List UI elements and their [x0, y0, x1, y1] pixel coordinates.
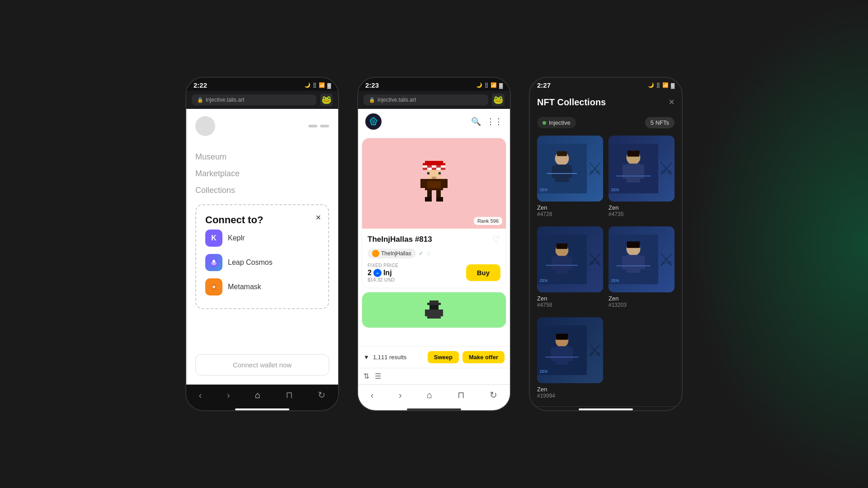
nav-collections[interactable]: Collections	[195, 186, 329, 195]
svg-rect-30	[425, 197, 432, 202]
creator-tag[interactable]: TheInjHallas	[368, 249, 416, 258]
frog-icon-2[interactable]: 🐸	[492, 94, 505, 106]
list-icon[interactable]: ☰	[375, 372, 381, 380]
home-btn-2[interactable]: ⌂	[427, 390, 432, 400]
wallet-keplr[interactable]: K Keplr	[205, 226, 319, 250]
svg-rect-29	[436, 190, 441, 197]
dot-2	[320, 125, 329, 127]
refresh-btn-1[interactable]: ↻	[318, 389, 326, 400]
filter-btn[interactable]: ▼	[363, 354, 369, 361]
nft-item-4728[interactable]: ZEN Zen #4728	[537, 136, 603, 221]
phone-1: 2:22 🌙 ⣿ 📶 ▓ 🔒 injective.talis.art 🐸	[185, 77, 339, 411]
svg-rect-10	[423, 165, 427, 168]
forward-btn-2[interactable]: ›	[399, 390, 402, 400]
nft-id-13203: #13203	[609, 302, 675, 308]
filter-icon: ▼	[363, 354, 369, 361]
battery-icon-1: ▓	[327, 83, 331, 88]
samurai-img-4728: ZEN	[537, 136, 603, 202]
nft-item-13203[interactable]: ZEN Zen #13203	[609, 226, 675, 312]
svg-rect-19	[441, 168, 445, 170]
moon-icon-1: 🌙	[304, 82, 311, 88]
moon-icon-2: 🌙	[476, 82, 482, 88]
svg-text:ZEN: ZEN	[540, 369, 548, 374]
browser-url-1[interactable]: 🔒 injective.talis.art	[192, 94, 316, 105]
rank-badge: Rank 596	[474, 217, 502, 225]
p2-header-icons: 🔍 ⋮⋮	[471, 117, 503, 127]
view-bar: ⇅ ☰	[358, 368, 510, 384]
make-offer-btn[interactable]: Make offer	[462, 351, 505, 363]
svg-rect-28	[427, 190, 432, 197]
price-row: FIXED PRICE 2 Inj $14.32 USD Buy	[368, 263, 500, 282]
results-bar: ▼ 1,111 results Sweep Make offer	[358, 346, 510, 368]
phone1-header	[186, 109, 338, 143]
nft-item-4735[interactable]: ZEN Zen #4735	[609, 136, 675, 221]
battery-icon-2: ▓	[499, 83, 503, 88]
nav-marketplace[interactable]: Marketplace	[195, 169, 329, 178]
samurai-img-4735: ZEN	[609, 136, 675, 202]
bookmark-btn-2[interactable]: ⊓	[458, 389, 465, 400]
dot-1	[308, 125, 317, 127]
wifi-icon-2: 📶	[491, 82, 497, 88]
sweep-btn[interactable]: Sweep	[428, 351, 459, 363]
back-btn-1[interactable]: ‹	[199, 390, 202, 400]
svg-text:ZEN: ZEN	[540, 278, 548, 283]
home-btn-1[interactable]: ⌂	[255, 390, 260, 400]
svg-rect-73	[556, 346, 569, 365]
home-indicator-3	[579, 408, 633, 410]
panel-close-btn[interactable]: ×	[669, 96, 675, 108]
connect-wallet-btn[interactable]: Connect wallet now	[195, 354, 329, 375]
time-3: 2:27	[537, 81, 551, 89]
phone1-content: Museum Marketplace Collections Connect t…	[186, 109, 338, 385]
menu-icon-2[interactable]: ⋮⋮	[486, 117, 503, 127]
nft-id-4735: #4735	[609, 211, 675, 217]
nft-item-4758[interactable]: ZEN Zen #4758	[537, 226, 603, 312]
signal-icon-1: ⣿	[313, 82, 316, 88]
header-dots-1	[308, 125, 329, 127]
frog-icon-1[interactable]: 🐸	[320, 94, 333, 106]
chain-label: Injective	[549, 119, 571, 126]
svg-rect-9	[423, 163, 445, 165]
nft-count-badge: 5 NFTs	[645, 117, 675, 128]
bookmark-btn-1[interactable]: ⊓	[286, 389, 293, 400]
browser-bar-2: 🔒 injective.talis.art 🐸	[358, 91, 510, 109]
svg-rect-67	[639, 256, 645, 269]
svg-rect-15	[423, 168, 427, 170]
star-icon[interactable]: ☆	[426, 250, 432, 257]
back-btn-2[interactable]: ‹	[371, 390, 374, 400]
nft-grid: ZEN Zen #4728	[530, 132, 682, 406]
nft-info: TheInjHallas #813 ♡ TheInjHallas ✓ ☆ F	[362, 229, 506, 288]
dialog-close-btn[interactable]: ×	[316, 212, 321, 223]
svg-rect-49	[627, 164, 641, 183]
home-indicator-1	[235, 408, 289, 410]
wallet-leap[interactable]: Leap Cosmos	[205, 250, 319, 275]
svg-rect-13	[436, 165, 441, 168]
wallet-metamask[interactable]: Metamask	[205, 275, 319, 299]
nft-panel: NFT Collections × Injective 5 NFTs	[530, 91, 682, 406]
svg-point-2	[212, 260, 215, 263]
nft-name-19994: Zen	[537, 386, 603, 393]
heart-btn[interactable]: ♡	[492, 234, 500, 245]
nft-title-row: TheInjHallas #813 ♡	[368, 234, 500, 245]
browser-url-2[interactable]: 🔒 injective.talis.art	[363, 94, 488, 105]
sort-icon[interactable]: ⇅	[363, 372, 369, 380]
forward-btn-1[interactable]: ›	[227, 390, 230, 400]
svg-rect-26	[420, 179, 425, 188]
buy-button[interactable]: Buy	[466, 264, 500, 281]
svg-rect-31	[436, 197, 443, 202]
svg-rect-44	[557, 151, 567, 156]
refresh-btn-2[interactable]: ↻	[490, 389, 497, 400]
svg-rect-18	[436, 168, 441, 170]
panel-header: NFT Collections ×	[530, 91, 682, 113]
lock-icon-1: 🔒	[197, 97, 203, 103]
svg-rect-25	[427, 181, 441, 188]
svg-rect-37	[425, 310, 427, 316]
svg-rect-16	[427, 168, 432, 170]
chain-badge[interactable]: Injective	[537, 117, 576, 128]
nav-museum[interactable]: Museum	[195, 152, 329, 162]
nft-thumb-4728: ZEN	[537, 136, 603, 202]
keplr-icon: K	[205, 230, 222, 247]
svg-rect-33	[429, 300, 439, 303]
nft-item-19994[interactable]: ZEN Zen #19994	[537, 317, 603, 403]
nft-creator-row: TheInjHallas ✓ ☆	[368, 249, 500, 258]
search-icon-2[interactable]: 🔍	[471, 117, 481, 127]
